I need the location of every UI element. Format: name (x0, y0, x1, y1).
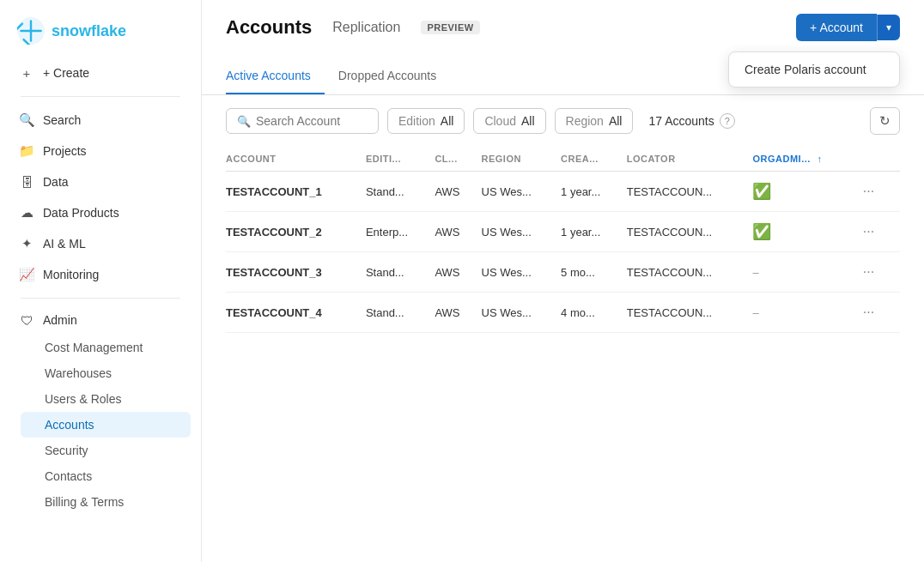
col-region[interactable]: REGION (482, 147, 562, 172)
tab-active-accounts[interactable]: Active Accounts (226, 62, 325, 94)
region-label: Region (566, 114, 604, 128)
admin-divider (21, 298, 180, 299)
help-icon[interactable]: ? (720, 113, 735, 129)
nav-divider (21, 96, 180, 97)
admin-label: Admin (43, 313, 77, 327)
sidebar: snowflake + + Create 🔍 Search 📁 Projects… (0, 0, 202, 562)
dash-value: – (752, 266, 758, 279)
created-value: 4 mo... (561, 293, 627, 333)
orgadmin-cell: – (752, 252, 857, 293)
sidebar-item-accounts[interactable]: Accounts (21, 412, 191, 438)
sidebar-item-warehouses[interactable]: Warehouses (21, 360, 191, 386)
header-right: + Account ▾ Create Polaris account (796, 14, 900, 41)
sidebar-item-users-roles[interactable]: Users & Roles (21, 386, 191, 412)
account-dropdown-menu: Create Polaris account (728, 51, 900, 88)
data-icon: 🗄 (19, 174, 34, 190)
locator-value: TESTACCOUN... (627, 212, 753, 252)
sidebar-item-contacts[interactable]: Contacts (21, 463, 191, 489)
locator-value: TESTACCOUN... (627, 172, 753, 212)
edition-value: Stand... (366, 172, 435, 212)
search-input[interactable] (256, 114, 368, 128)
admin-icon: 🛡 (19, 312, 34, 328)
created-value: 1 year... (561, 212, 627, 252)
edition-value: Enterp... (366, 212, 435, 252)
row-more-button[interactable]: ··· (858, 182, 879, 201)
sidebar-item-admin[interactable]: 🛡 Admin (10, 305, 191, 335)
add-account-label: + Account (810, 21, 863, 34)
account-name[interactable]: TESTACCOUNT_4 (226, 293, 366, 333)
check-icon: ✅ (752, 223, 771, 240)
sidebar-item-data[interactable]: 🗄 Data (10, 167, 191, 196)
region-value: US Wes... (482, 172, 562, 212)
search-icon: 🔍 (237, 115, 251, 128)
col-edition[interactable]: EDITI... (366, 147, 435, 172)
logo: snowflake (0, 0, 201, 58)
accounts-count: 17 Accounts ? (648, 113, 734, 129)
sidebar-item-ai-ml[interactable]: ✦ AI & ML (10, 229, 191, 258)
edition-value: Stand... (366, 293, 435, 333)
orgadmin-cell: ✅ (752, 172, 857, 212)
tab-dropped-accounts[interactable]: Dropped Accounts (338, 62, 450, 94)
accounts-table-container: ACCOUNT EDITI... CL... REGION CREA... (202, 147, 924, 562)
sidebar-item-security[interactable]: Security (21, 438, 191, 463)
region-filter[interactable]: Region All (555, 108, 634, 134)
created-value: 1 year... (561, 172, 627, 212)
accounts-table: ACCOUNT EDITI... CL... REGION CREA... (226, 147, 900, 333)
sidebar-item-monitoring-label: Monitoring (43, 268, 99, 281)
cloud-filter[interactable]: Cloud All (473, 108, 545, 134)
orgadmin-cell: – (752, 293, 857, 333)
row-more-button[interactable]: ··· (858, 263, 879, 281)
main-content: Accounts Replication PREVIEW + Account ▾… (202, 0, 924, 562)
logo-text: snowflake (52, 22, 126, 40)
account-name[interactable]: TESTACCOUNT_2 (226, 212, 366, 252)
col-account[interactable]: ACCOUNT (226, 147, 366, 172)
create-icon: + (19, 65, 34, 81)
sidebar-item-billing-terms[interactable]: Billing & Terms (21, 489, 191, 515)
col-created[interactable]: CREA... (561, 147, 627, 172)
add-account-button[interactable]: + Account (796, 14, 877, 41)
locator-value: TESTACCOUN... (627, 252, 753, 293)
refresh-icon: ↻ (879, 113, 891, 128)
region-value: US Wes... (482, 293, 562, 333)
sidebar-item-search-label: Search (43, 113, 81, 127)
table-row: TESTACCOUNT_2 Enterp... AWS US Wes... 1 … (226, 212, 900, 252)
projects-icon: 📁 (19, 143, 34, 159)
svg-rect-2 (20, 30, 42, 32)
refresh-button[interactable]: ↻ (870, 107, 900, 135)
row-more-button[interactable]: ··· (858, 303, 879, 322)
col-locator[interactable]: LOCATOR (627, 147, 753, 172)
sidebar-item-data-products[interactable]: ☁ Data Products (10, 198, 191, 227)
row-actions-cell: ··· (858, 293, 900, 333)
edition-value: Stand... (366, 252, 435, 293)
account-name[interactable]: TESTACCOUNT_3 (226, 252, 366, 293)
preview-badge: PREVIEW (421, 21, 479, 34)
row-more-button[interactable]: ··· (858, 222, 879, 241)
create-polaris-account-item[interactable]: Create Polaris account (729, 52, 899, 87)
sidebar-item-projects[interactable]: 📁 Projects (10, 136, 191, 166)
create-button[interactable]: + + Create (10, 58, 191, 88)
edition-label: Edition (398, 114, 435, 128)
sidebar-nav: + + Create 🔍 Search 📁 Projects 🗄 Data ☁ … (0, 58, 201, 305)
orgadmin-cell: ✅ (752, 212, 857, 252)
sidebar-item-search[interactable]: 🔍 Search (10, 106, 191, 135)
col-orgadmin[interactable]: ORGADMI... ↑ (752, 147, 857, 172)
edition-filter[interactable]: Edition All (387, 108, 465, 134)
sidebar-item-data-label: Data (43, 175, 69, 189)
region-value: US Wes... (482, 212, 562, 252)
search-icon: 🔍 (19, 112, 34, 128)
cloud-label: Cloud (484, 114, 516, 128)
account-name[interactable]: TESTACCOUNT_1 (226, 172, 366, 212)
sidebar-item-monitoring[interactable]: 📈 Monitoring (10, 260, 191, 289)
cloud-value: AWS (435, 293, 481, 333)
locator-value: TESTACCOUN... (627, 293, 753, 333)
col-cloud[interactable]: CL... (435, 147, 481, 172)
replication-link[interactable]: Replication (332, 20, 400, 35)
created-value: 5 mo... (561, 252, 627, 293)
search-box[interactable]: 🔍 (226, 108, 379, 134)
admin-sub-items: Cost Management Warehouses Users & Roles… (10, 335, 191, 515)
account-dropdown-button[interactable]: ▾ (877, 15, 900, 40)
page-header: Accounts Replication PREVIEW + Account ▾… (202, 0, 924, 41)
sidebar-item-cost-management[interactable]: Cost Management (21, 335, 191, 360)
table-row: TESTACCOUNT_3 Stand... AWS US Wes... 5 m… (226, 252, 900, 293)
admin-section: 🛡 Admin Cost Management Warehouses Users… (0, 305, 201, 515)
